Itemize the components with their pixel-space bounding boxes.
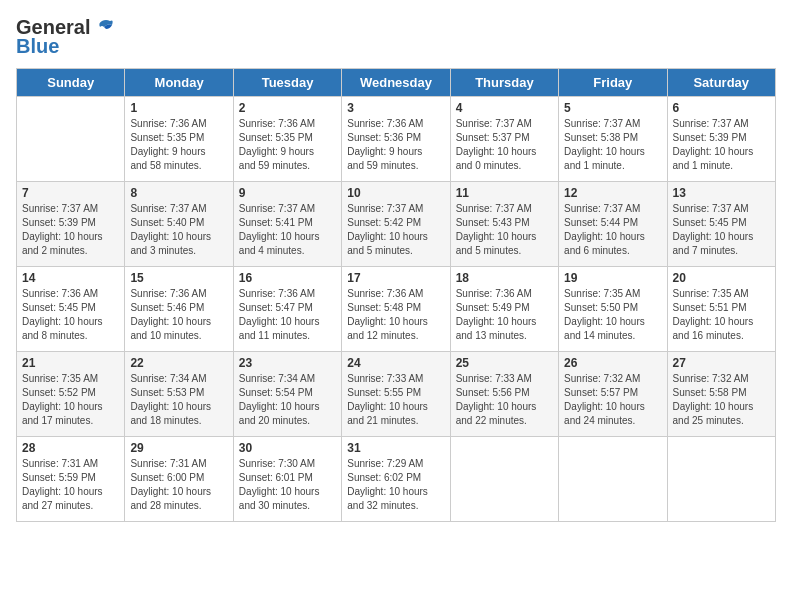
day-number: 25 <box>456 356 553 370</box>
day-number: 14 <box>22 271 119 285</box>
day-info: Sunrise: 7:30 AM Sunset: 6:01 PM Dayligh… <box>239 457 336 513</box>
calendar-cell: 14Sunrise: 7:36 AM Sunset: 5:45 PM Dayli… <box>17 267 125 352</box>
day-info: Sunrise: 7:37 AM Sunset: 5:41 PM Dayligh… <box>239 202 336 258</box>
day-of-week-header: Wednesday <box>342 69 450 97</box>
calendar-cell: 6Sunrise: 7:37 AM Sunset: 5:39 PM Daylig… <box>667 97 775 182</box>
day-number: 11 <box>456 186 553 200</box>
day-info: Sunrise: 7:36 AM Sunset: 5:47 PM Dayligh… <box>239 287 336 343</box>
day-number: 29 <box>130 441 227 455</box>
calendar-cell: 30Sunrise: 7:30 AM Sunset: 6:01 PM Dayli… <box>233 437 341 522</box>
day-number: 3 <box>347 101 444 115</box>
day-of-week-header: Sunday <box>17 69 125 97</box>
day-number: 1 <box>130 101 227 115</box>
day-info: Sunrise: 7:36 AM Sunset: 5:36 PM Dayligh… <box>347 117 444 173</box>
day-number: 16 <box>239 271 336 285</box>
day-info: Sunrise: 7:32 AM Sunset: 5:58 PM Dayligh… <box>673 372 770 428</box>
day-of-week-header: Tuesday <box>233 69 341 97</box>
day-number: 5 <box>564 101 661 115</box>
calendar-cell: 27Sunrise: 7:32 AM Sunset: 5:58 PM Dayli… <box>667 352 775 437</box>
day-info: Sunrise: 7:37 AM Sunset: 5:40 PM Dayligh… <box>130 202 227 258</box>
calendar-cell: 12Sunrise: 7:37 AM Sunset: 5:44 PM Dayli… <box>559 182 667 267</box>
day-number: 23 <box>239 356 336 370</box>
day-info: Sunrise: 7:36 AM Sunset: 5:35 PM Dayligh… <box>239 117 336 173</box>
day-of-week-header: Monday <box>125 69 233 97</box>
day-info: Sunrise: 7:34 AM Sunset: 5:53 PM Dayligh… <box>130 372 227 428</box>
day-of-week-header: Saturday <box>667 69 775 97</box>
calendar-cell: 13Sunrise: 7:37 AM Sunset: 5:45 PM Dayli… <box>667 182 775 267</box>
day-number: 22 <box>130 356 227 370</box>
logo-blue-text: Blue <box>16 35 59 58</box>
day-info: Sunrise: 7:37 AM Sunset: 5:39 PM Dayligh… <box>673 117 770 173</box>
calendar-cell: 25Sunrise: 7:33 AM Sunset: 5:56 PM Dayli… <box>450 352 558 437</box>
calendar-cell <box>17 97 125 182</box>
calendar-cell: 31Sunrise: 7:29 AM Sunset: 6:02 PM Dayli… <box>342 437 450 522</box>
calendar-cell: 19Sunrise: 7:35 AM Sunset: 5:50 PM Dayli… <box>559 267 667 352</box>
day-info: Sunrise: 7:37 AM Sunset: 5:37 PM Dayligh… <box>456 117 553 173</box>
day-info: Sunrise: 7:37 AM Sunset: 5:39 PM Dayligh… <box>22 202 119 258</box>
day-info: Sunrise: 7:34 AM Sunset: 5:54 PM Dayligh… <box>239 372 336 428</box>
calendar-cell: 15Sunrise: 7:36 AM Sunset: 5:46 PM Dayli… <box>125 267 233 352</box>
day-info: Sunrise: 7:35 AM Sunset: 5:51 PM Dayligh… <box>673 287 770 343</box>
day-info: Sunrise: 7:36 AM Sunset: 5:49 PM Dayligh… <box>456 287 553 343</box>
calendar-cell: 17Sunrise: 7:36 AM Sunset: 5:48 PM Dayli… <box>342 267 450 352</box>
calendar-cell: 1Sunrise: 7:36 AM Sunset: 5:35 PM Daylig… <box>125 97 233 182</box>
calendar-cell: 5Sunrise: 7:37 AM Sunset: 5:38 PM Daylig… <box>559 97 667 182</box>
calendar-cell: 29Sunrise: 7:31 AM Sunset: 6:00 PM Dayli… <box>125 437 233 522</box>
calendar-cell: 20Sunrise: 7:35 AM Sunset: 5:51 PM Dayli… <box>667 267 775 352</box>
day-number: 8 <box>130 186 227 200</box>
calendar-cell: 21Sunrise: 7:35 AM Sunset: 5:52 PM Dayli… <box>17 352 125 437</box>
header: General Blue <box>16 16 776 58</box>
day-number: 31 <box>347 441 444 455</box>
day-number: 20 <box>673 271 770 285</box>
day-info: Sunrise: 7:29 AM Sunset: 6:02 PM Dayligh… <box>347 457 444 513</box>
calendar-cell <box>559 437 667 522</box>
day-number: 21 <box>22 356 119 370</box>
day-info: Sunrise: 7:37 AM Sunset: 5:42 PM Dayligh… <box>347 202 444 258</box>
calendar-cell: 10Sunrise: 7:37 AM Sunset: 5:42 PM Dayli… <box>342 182 450 267</box>
calendar-cell: 18Sunrise: 7:36 AM Sunset: 5:49 PM Dayli… <box>450 267 558 352</box>
day-info: Sunrise: 7:31 AM Sunset: 5:59 PM Dayligh… <box>22 457 119 513</box>
logo-bird-icon <box>92 17 114 39</box>
day-number: 6 <box>673 101 770 115</box>
day-number: 15 <box>130 271 227 285</box>
day-info: Sunrise: 7:33 AM Sunset: 5:56 PM Dayligh… <box>456 372 553 428</box>
day-info: Sunrise: 7:37 AM Sunset: 5:38 PM Dayligh… <box>564 117 661 173</box>
calendar-cell: 9Sunrise: 7:37 AM Sunset: 5:41 PM Daylig… <box>233 182 341 267</box>
calendar-cell: 16Sunrise: 7:36 AM Sunset: 5:47 PM Dayli… <box>233 267 341 352</box>
day-number: 13 <box>673 186 770 200</box>
calendar-cell: 8Sunrise: 7:37 AM Sunset: 5:40 PM Daylig… <box>125 182 233 267</box>
calendar-cell: 3Sunrise: 7:36 AM Sunset: 5:36 PM Daylig… <box>342 97 450 182</box>
calendar-cell: 23Sunrise: 7:34 AM Sunset: 5:54 PM Dayli… <box>233 352 341 437</box>
calendar-cell: 28Sunrise: 7:31 AM Sunset: 5:59 PM Dayli… <box>17 437 125 522</box>
day-number: 28 <box>22 441 119 455</box>
day-of-week-header: Friday <box>559 69 667 97</box>
day-info: Sunrise: 7:36 AM Sunset: 5:46 PM Dayligh… <box>130 287 227 343</box>
day-of-week-header: Thursday <box>450 69 558 97</box>
day-info: Sunrise: 7:36 AM Sunset: 5:35 PM Dayligh… <box>130 117 227 173</box>
calendar-cell: 24Sunrise: 7:33 AM Sunset: 5:55 PM Dayli… <box>342 352 450 437</box>
day-number: 2 <box>239 101 336 115</box>
day-info: Sunrise: 7:31 AM Sunset: 6:00 PM Dayligh… <box>130 457 227 513</box>
day-info: Sunrise: 7:33 AM Sunset: 5:55 PM Dayligh… <box>347 372 444 428</box>
calendar-cell: 11Sunrise: 7:37 AM Sunset: 5:43 PM Dayli… <box>450 182 558 267</box>
day-info: Sunrise: 7:35 AM Sunset: 5:50 PM Dayligh… <box>564 287 661 343</box>
day-info: Sunrise: 7:37 AM Sunset: 5:45 PM Dayligh… <box>673 202 770 258</box>
day-number: 30 <box>239 441 336 455</box>
day-number: 7 <box>22 186 119 200</box>
day-info: Sunrise: 7:36 AM Sunset: 5:45 PM Dayligh… <box>22 287 119 343</box>
day-info: Sunrise: 7:32 AM Sunset: 5:57 PM Dayligh… <box>564 372 661 428</box>
day-info: Sunrise: 7:36 AM Sunset: 5:48 PM Dayligh… <box>347 287 444 343</box>
day-number: 9 <box>239 186 336 200</box>
day-number: 19 <box>564 271 661 285</box>
calendar-cell <box>667 437 775 522</box>
day-number: 17 <box>347 271 444 285</box>
day-info: Sunrise: 7:37 AM Sunset: 5:43 PM Dayligh… <box>456 202 553 258</box>
logo: General Blue <box>16 16 114 58</box>
day-number: 27 <box>673 356 770 370</box>
day-number: 26 <box>564 356 661 370</box>
calendar-cell: 4Sunrise: 7:37 AM Sunset: 5:37 PM Daylig… <box>450 97 558 182</box>
day-number: 12 <box>564 186 661 200</box>
calendar-cell <box>450 437 558 522</box>
calendar-cell: 22Sunrise: 7:34 AM Sunset: 5:53 PM Dayli… <box>125 352 233 437</box>
calendar-cell: 7Sunrise: 7:37 AM Sunset: 5:39 PM Daylig… <box>17 182 125 267</box>
